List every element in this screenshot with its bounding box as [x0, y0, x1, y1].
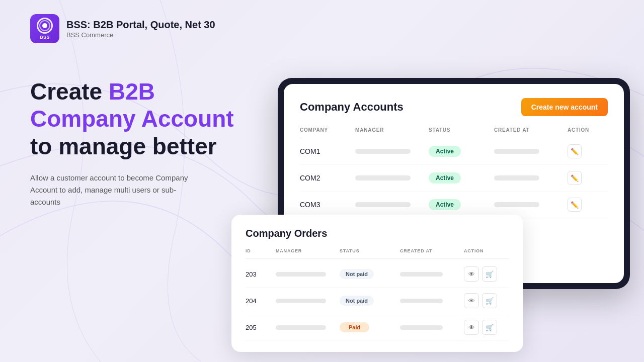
view-button-2[interactable]: 👁 — [464, 293, 479, 308]
cart-button-3[interactable]: 🛒 — [482, 320, 497, 335]
logo-label: BSS — [40, 35, 50, 40]
order-id-1: 203 — [246, 270, 276, 278]
col-action: ACTION — [568, 127, 608, 133]
orders-col-manager: MANAGER — [276, 248, 340, 253]
order-status-3: Paid — [340, 322, 369, 332]
date-placeholder-1 — [494, 149, 539, 154]
order-actions-3: 👁 🛒 — [464, 320, 509, 335]
headline-suffix: to manage better — [30, 133, 217, 159]
order-date-2 — [400, 299, 443, 303]
col-company: COMPANY — [300, 127, 355, 133]
table-row: COM2 Active ✏️ — [300, 165, 608, 192]
order-date-3 — [400, 325, 443, 330]
status-badge-2: Active — [429, 172, 461, 184]
order-manager-3 — [276, 325, 326, 330]
order-id-2: 204 — [246, 297, 276, 305]
order-manager-1 — [276, 272, 326, 277]
manager-placeholder-2 — [355, 175, 411, 180]
cell-company-1: COM1 — [300, 147, 355, 155]
cell-company-3: COM3 — [300, 201, 355, 209]
table-row: COM1 Active ✏️ — [300, 138, 608, 165]
description: Allow a customer account to become Compa… — [30, 172, 191, 208]
status-badge-3: Active — [429, 199, 461, 210]
order-row-2: 204 Not paid 👁 🛒 — [246, 288, 509, 314]
order-actions-2: 👁 🛒 — [464, 293, 509, 308]
status-badge-1: Active — [429, 146, 461, 157]
accounts-panel-header: Company Accounts Create new account — [300, 98, 608, 116]
orders-col-id: ID — [246, 248, 276, 253]
order-manager-2 — [276, 299, 326, 303]
hero-section: Create B2B Company Account to manage bet… — [30, 78, 242, 208]
header-text: BSS: B2B Portal, Quote, Net 30 BSS Comme… — [66, 19, 215, 39]
date-placeholder-2 — [494, 175, 539, 180]
logo-icon — [37, 18, 53, 34]
orders-col-status: STATUS — [340, 248, 400, 253]
accounts-table: COMPANY MANAGER STATUS CREATED AT ACTION… — [300, 127, 608, 218]
cart-button-2[interactable]: 🛒 — [482, 293, 497, 308]
orders-col-created: CREATED AT — [400, 248, 464, 253]
header: BSS BSS: B2B Portal, Quote, Net 30 BSS C… — [30, 14, 215, 43]
col-manager: MANAGER — [355, 127, 429, 133]
headline-plain: Create — [30, 78, 109, 105]
orders-title: Company Orders — [246, 228, 509, 239]
logo: BSS — [30, 14, 59, 43]
order-status-2: Not paid — [340, 296, 374, 306]
create-account-button[interactable]: Create new account — [521, 98, 608, 116]
order-row-1: 203 Not paid 👁 🛒 — [246, 261, 509, 288]
order-status-1: Not paid — [340, 269, 374, 279]
order-actions-1: 👁 🛒 — [464, 266, 509, 282]
date-placeholder-3 — [494, 202, 539, 207]
cart-button-1[interactable]: 🛒 — [482, 266, 497, 282]
accounts-title: Company Accounts — [300, 101, 404, 114]
col-created-at: CREATED AT — [494, 127, 568, 133]
edit-button-3[interactable]: ✏️ — [568, 198, 582, 212]
app-name: BSS: B2B Portal, Quote, Net 30 — [66, 19, 215, 31]
edit-button-2[interactable]: ✏️ — [568, 171, 582, 185]
order-id-3: 205 — [246, 324, 276, 331]
cell-company-2: COM2 — [300, 174, 355, 182]
edit-button-1[interactable]: ✏️ — [568, 144, 582, 158]
company-name: BSS Commerce — [66, 31, 215, 39]
view-button-1[interactable]: 👁 — [464, 266, 479, 282]
col-status: STATUS — [429, 127, 494, 133]
accounts-table-header: COMPANY MANAGER STATUS CREATED AT ACTION — [300, 127, 608, 138]
order-date-1 — [400, 272, 443, 277]
orders-panel: Company Orders ID MANAGER STATUS CREATED… — [231, 215, 523, 352]
order-row-3: 205 Paid 👁 🛒 — [246, 314, 509, 341]
manager-placeholder-1 — [355, 149, 411, 154]
orders-table-header: ID MANAGER STATUS CREATED AT ACTION — [246, 248, 509, 259]
orders-col-action: ACTION — [464, 248, 509, 253]
manager-placeholder-3 — [355, 202, 411, 207]
headline: Create B2B Company Account to manage bet… — [30, 78, 242, 160]
view-button-3[interactable]: 👁 — [464, 320, 479, 335]
